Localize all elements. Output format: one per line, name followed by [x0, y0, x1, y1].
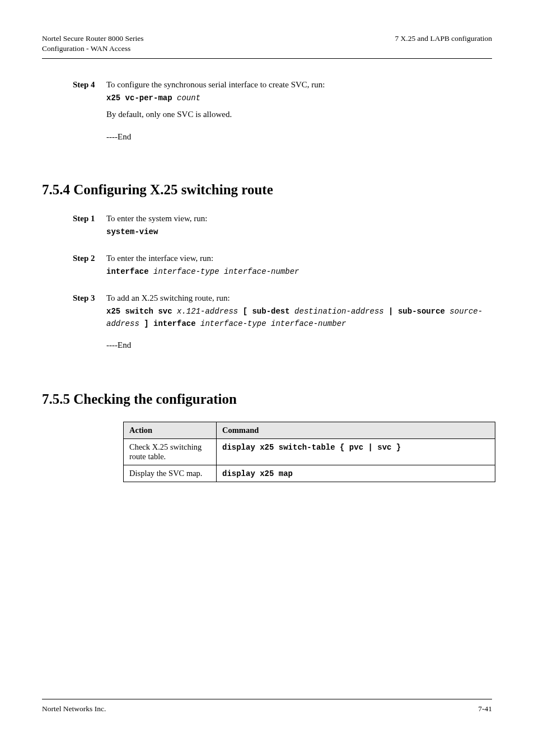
header-right-line1: 7 X.25 and LAPB configuration — [312, 34, 492, 44]
header-left-line1: Nortel Secure Router 8000 Series — [42, 34, 289, 44]
heading-7-5-5: 7.5.5 Checking the configuration — [42, 391, 492, 407]
page-header: Nortel Secure Router 8000 Series Configu… — [42, 34, 492, 53]
step-label: Step 4 — [73, 78, 106, 122]
footer-rule — [42, 699, 492, 699]
table-cell-command: display x25 map — [217, 465, 495, 482]
table-header-command: Command — [217, 422, 495, 438]
step-label: Step 3 — [73, 292, 106, 330]
header-rule — [42, 58, 492, 59]
cmd-text: display x25 map — [222, 469, 293, 478]
table-row: Display the SVC map. display x25 map — [124, 465, 495, 482]
step-label: Step 2 — [73, 252, 106, 278]
end-marker: ----End — [106, 132, 492, 142]
body: Step 4 To configure the synchronous seri… — [42, 78, 492, 482]
step-text: To enter the system view, run: system-vi… — [106, 212, 492, 239]
step-desc: To enter the system view, run: — [106, 212, 492, 225]
heading-7-5-4: 7.5.4 Configuring X.25 switching route — [42, 182, 492, 198]
step-desc: To add an X.25 switching route, run: — [106, 292, 492, 305]
table-row: Check X.25 switching route table. displa… — [124, 438, 495, 465]
step-cmd: x25 vc-per-map count — [106, 92, 492, 105]
step-cmd: x25 switch svc x.121-address [ sub-dest … — [106, 306, 492, 330]
step-desc: To configure the synchronous serial inte… — [106, 78, 492, 91]
step-desc: To enter the interface view, run: — [106, 252, 492, 265]
step-1-block: Step 1 To enter the system view, run: sy… — [73, 212, 492, 239]
step-cmd: system-view — [106, 226, 492, 239]
footer-right: 7-41 — [478, 704, 492, 713]
cmd-text: display x25 switch-table { pvc | svc } — [222, 443, 401, 452]
step-text: To add an X.25 switching route, run: x25… — [106, 292, 492, 330]
step-note: By default, only one SVC is allowed. — [106, 108, 492, 121]
check-config-table: Action Command Check X.25 switching rout… — [123, 422, 495, 482]
page-footer: Nortel Networks Inc. 7-41 — [42, 704, 492, 713]
table-header-action: Action — [124, 422, 217, 438]
step-text: To configure the synchronous serial inte… — [106, 78, 492, 122]
step-text: To enter the interface view, run: interf… — [106, 252, 492, 278]
footer-left: Nortel Networks Inc. — [42, 704, 106, 713]
table-cell-command: display x25 switch-table { pvc | svc } — [217, 438, 495, 465]
step-2-block: Step 2 To enter the interface view, run:… — [73, 252, 492, 278]
step-label: Step 1 — [73, 212, 106, 239]
step-cmd: interface interface-type interface-numbe… — [106, 266, 492, 278]
table-cell-action: Check X.25 switching route table. — [124, 438, 217, 465]
step-3-block: Step 3 To add an X.25 switching route, r… — [73, 292, 492, 330]
table-cell-action: Display the SVC map. — [124, 465, 217, 482]
step-4-block: Step 4 To configure the synchronous seri… — [73, 78, 492, 122]
header-left-line2: Configuration - WAN Access — [42, 44, 289, 54]
header-right-line2 — [312, 44, 492, 54]
end-marker: ----End — [106, 340, 492, 350]
